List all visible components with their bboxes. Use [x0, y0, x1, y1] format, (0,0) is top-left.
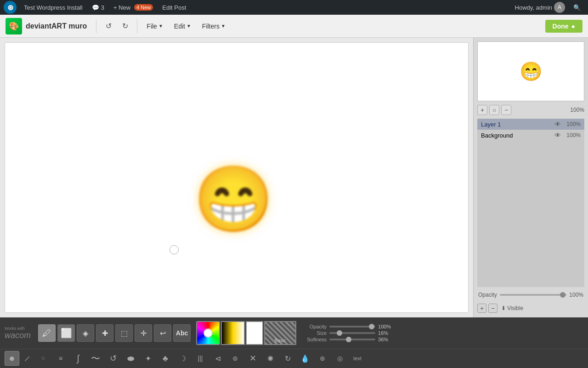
comments-count: 3 — [101, 4, 104, 11]
soft-eraser-button[interactable]: ⬜ — [57, 324, 75, 342]
wp-logo-icon[interactable]: ⊛ — [4, 1, 17, 14]
cross-brush-button[interactable]: ✕ — [245, 351, 260, 366]
canvas-preview: 😁 — [477, 41, 584, 101]
new-label: + New — [113, 4, 130, 11]
circle-texture-brush-button[interactable]: ◎ — [333, 351, 347, 366]
layer-1-row[interactable]: Layer 1 👁 100% — [477, 119, 584, 130]
texture-preview[interactable]: Basic — [264, 321, 296, 345]
opacity-brush-slider[interactable] — [329, 326, 375, 328]
edit-post-label: Edit Post — [162, 4, 186, 11]
app-title-text: deviantART muro — [26, 22, 87, 30]
layer-bottom-controls: + − ⬇ Visible — [477, 303, 584, 314]
grunge-brush-button[interactable]: ☽ — [175, 351, 190, 366]
logo-area: 🎨 deviantART muro — [6, 18, 87, 34]
splatter-brush-button[interactable]: ⁘ — [36, 351, 51, 366]
blob-brush-button[interactable]: ⬬ — [123, 351, 138, 366]
softness-setting-row: Softness 36% — [304, 337, 393, 342]
fan-brush-button[interactable]: ⊲ — [210, 351, 225, 366]
undo-icon: ↺ — [106, 22, 112, 30]
brush-cursor — [170, 245, 179, 254]
done-button[interactable]: Done ● — [545, 20, 582, 33]
opacity-slider[interactable] — [500, 294, 567, 296]
drop-brush-button[interactable]: 💧 — [298, 351, 312, 366]
download-icon: ⬇ — [501, 305, 506, 311]
comments-item[interactable]: 💬 3 — [88, 0, 108, 15]
brush-tools-row: ● | ⁘ ≡ ∫ 〜 ↺ ⬬ ✦ ♣ ☽ ||| ⊲ ⊚ ✕ ✺ ↻ 💧 ⊛ … — [0, 349, 588, 368]
redo-icon: ↻ — [122, 22, 128, 30]
eyedropper-button[interactable]: ✚ — [96, 324, 113, 342]
opacity-setting-row: Opacity 100% — [304, 324, 393, 329]
star-brush-button[interactable]: ✦ — [141, 351, 155, 366]
size-brush-slider[interactable] — [329, 332, 375, 334]
color-wheel[interactable] — [196, 321, 220, 345]
texture-brush-button[interactable]: ⊛ — [315, 351, 330, 366]
search-bar-item[interactable]: 🔍 — [570, 0, 584, 15]
thin-brush-button[interactable]: | — [18, 349, 37, 368]
leaf-brush-button[interactable]: ♣ — [158, 351, 173, 366]
zoom-level: 100% — [570, 107, 584, 113]
canvas-drawing: 😁 — [193, 167, 274, 231]
bottom-bar: Works with wacom 🖊 ⬜ ◈ ✚ ⬚ ✛ ↩ Abc Basic — [0, 317, 588, 368]
layer-1-eye-icon[interactable]: 👁 — [554, 121, 561, 128]
drawing-canvas[interactable]: 😁 — [5, 42, 469, 313]
brush-opacity-value: 100% — [378, 324, 393, 329]
howdy-item[interactable]: Howdy, admin A — [511, 0, 569, 15]
round-brush-button[interactable]: ● — [5, 351, 19, 366]
selection-button[interactable]: ⬚ — [115, 324, 133, 342]
redo-button[interactable]: ↻ — [119, 20, 131, 33]
current-color[interactable] — [246, 321, 263, 345]
main-content: 😁 😁 + ○ − 100% Layer 1 👁 100 — [0, 38, 588, 317]
file-menu-button[interactable]: File ▼ — [143, 21, 166, 32]
layer-circle-button[interactable]: ○ — [489, 105, 499, 115]
swirl-brush-button[interactable]: ↺ — [106, 351, 120, 366]
spiral-brush-button[interactable]: ↻ — [280, 351, 295, 366]
background-row[interactable]: Background 👁 100% — [477, 130, 584, 141]
da-logo: 🎨 — [6, 18, 22, 34]
site-name-item[interactable]: Test Wordpress Install — [20, 0, 86, 15]
layer-1-opacity: 100% — [566, 121, 581, 127]
remove-layer-top-button[interactable]: − — [501, 105, 511, 115]
opacity-control: Opacity 100% — [477, 290, 584, 300]
warp-button[interactable]: ↩ — [154, 324, 171, 342]
move-button[interactable]: ✛ — [135, 324, 152, 342]
text-tool-button[interactable]: text — [350, 351, 365, 366]
search-icon: 🔍 — [573, 4, 581, 11]
layers-panel: Layer 1 👁 100% Background 👁 100% — [477, 119, 584, 287]
new-badge: 4 New — [134, 4, 153, 11]
filters-chevron-icon: ▼ — [221, 23, 226, 29]
wacom-brand: wacom — [5, 331, 31, 340]
filters-menu-button[interactable]: Filters ▼ — [198, 21, 229, 32]
undo-button[interactable]: ↺ — [102, 20, 115, 33]
delete-layer-button[interactable]: − — [488, 304, 498, 313]
scatter-brush-button[interactable]: ⊚ — [228, 351, 243, 366]
text-button[interactable]: Abc — [173, 324, 191, 342]
background-eye-icon[interactable]: 👁 — [554, 132, 561, 139]
edit-chevron-icon: ▼ — [187, 23, 191, 29]
softness-brush-slider[interactable] — [329, 339, 375, 340]
burst-brush-button[interactable]: ✺ — [263, 351, 277, 366]
app-container: 🎨 deviantART muro ↺ ↻ File ▼ Edit ▼ Filt… — [0, 15, 588, 368]
eraser-button[interactable]: 🖊 — [38, 324, 56, 342]
canvas-area: 😁 — [0, 38, 473, 317]
brush-size-label: Size — [304, 330, 327, 336]
toolbar-separator-1 — [96, 19, 96, 33]
preview-content: 😁 — [520, 61, 543, 82]
new-item[interactable]: + New 4 New — [110, 0, 157, 15]
add-layer-top-button[interactable]: + — [477, 105, 487, 115]
brush-softness-value: 36% — [378, 337, 393, 342]
howdy-label: Howdy, admin — [515, 4, 552, 11]
toolbar-separator-2 — [137, 19, 137, 33]
stamp-button[interactable]: ◈ — [77, 324, 94, 342]
wp-admin-bar: ⊛ Test Wordpress Install 💬 3 + New 4 New… — [0, 0, 588, 15]
done-icon: ● — [571, 23, 575, 30]
wave-brush-button[interactable]: 〜 — [88, 351, 103, 366]
hatching-brush-button[interactable]: ≡ — [53, 351, 68, 366]
edit-menu-button[interactable]: Edit ▼ — [170, 21, 195, 32]
line-brush-button[interactable]: ||| — [193, 351, 208, 366]
curve-brush-button[interactable]: ∫ — [71, 351, 85, 366]
edit-post-item[interactable]: Edit Post — [158, 0, 190, 15]
visible-control[interactable]: ⬇ Visible — [501, 305, 523, 311]
comments-icon: 💬 — [92, 4, 99, 11]
add-layer-button[interactable]: + — [477, 304, 486, 313]
color-gradient[interactable] — [221, 321, 245, 345]
